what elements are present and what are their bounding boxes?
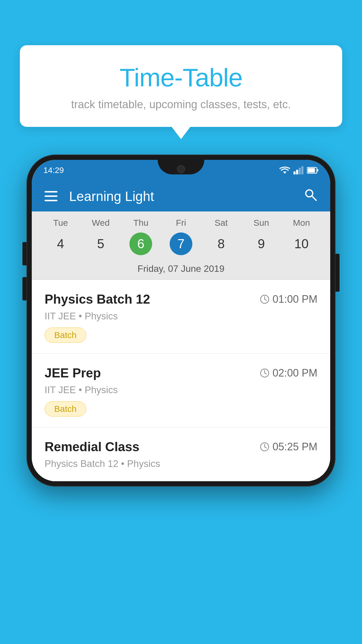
class-meta: IIT JEE • Physics [45, 311, 317, 322]
class-name: Remedial Class [45, 440, 139, 454]
day-column[interactable]: Fri7 [161, 218, 201, 255]
wifi-icon [280, 166, 290, 174]
phone-screen: 14:29 [32, 160, 330, 481]
class-time-text: 01:00 PM [273, 293, 317, 305]
batch-badge: Batch [45, 401, 86, 416]
hamburger-line [45, 195, 57, 197]
hamburger-line [45, 200, 57, 201]
class-name: JEE Prep [45, 366, 101, 380]
svg-rect-1 [294, 172, 296, 174]
class-time-text: 05:25 PM [273, 441, 317, 453]
svg-rect-2 [296, 170, 298, 174]
day-column[interactable]: Thu6 [121, 218, 161, 255]
day-name: Sun [241, 218, 282, 228]
day-column[interactable]: Mon10 [281, 218, 321, 255]
battery-icon [307, 167, 319, 174]
clock-icon [260, 442, 270, 452]
class-time-text: 02:00 PM [273, 367, 317, 379]
camera [177, 165, 185, 173]
day-name: Tue [41, 218, 81, 228]
class-card[interactable]: Physics Batch 1201:00 PMIIT JEE • Physic… [32, 280, 330, 354]
tooltip-card: Time-Table track timetable, upcoming cla… [20, 45, 342, 127]
class-card[interactable]: Remedial Class05:25 PMPhysics Batch 12 •… [32, 427, 330, 481]
day-number: 7 [170, 232, 192, 255]
svg-line-12 [265, 299, 266, 300]
hamburger-line [45, 191, 57, 192]
app-bar: Learning Light [32, 181, 330, 211]
day-column[interactable]: Tue4 [41, 218, 81, 255]
class-card-header: Physics Batch 1201:00 PM [45, 292, 317, 307]
clock-icon [260, 294, 270, 304]
class-meta: Physics Batch 12 • Physics [45, 458, 317, 469]
class-name: Physics Batch 12 [45, 292, 150, 307]
day-number: 8 [210, 232, 233, 255]
svg-line-15 [265, 373, 266, 374]
day-name: Wed [81, 218, 121, 228]
tooltip-subtitle: track timetable, upcoming classes, tests… [43, 98, 319, 111]
calendar-week: Tue4Wed5Thu6Fri7Sat8Sun9Mon10 [32, 211, 330, 258]
day-column[interactable]: Wed5 [81, 218, 121, 255]
day-name: Fri [161, 218, 201, 228]
app-title: Learning Light [69, 188, 303, 204]
svg-line-18 [265, 447, 266, 448]
hamburger-menu[interactable] [45, 191, 57, 201]
svg-point-8 [306, 190, 313, 197]
batch-badge: Batch [45, 328, 86, 343]
svg-rect-3 [299, 168, 301, 174]
clock-icon [260, 368, 270, 378]
status-icons [280, 166, 319, 174]
class-card-header: JEE Prep02:00 PM [45, 366, 317, 380]
class-time: 05:25 PM [260, 441, 317, 453]
status-time: 14:29 [43, 166, 64, 175]
day-column[interactable]: Sat8 [201, 218, 241, 255]
class-time: 01:00 PM [260, 293, 317, 305]
class-time: 02:00 PM [260, 367, 317, 379]
svg-rect-4 [301, 166, 303, 174]
svg-rect-7 [308, 168, 315, 173]
class-list: Physics Batch 1201:00 PMIIT JEE • Physic… [32, 280, 330, 481]
selected-date-label: Friday, 07 June 2019 [32, 258, 330, 280]
phone-frame: 14:29 [27, 155, 335, 487]
day-number: 5 [89, 232, 112, 255]
status-bar: 14:29 [32, 160, 330, 181]
signal-icon [294, 166, 303, 174]
class-meta: IIT JEE • Physics [45, 384, 317, 396]
day-number: 4 [49, 232, 72, 255]
notch-cutout [158, 160, 204, 174]
tooltip-title: Time-Table [43, 63, 319, 92]
svg-marker-0 [283, 172, 287, 174]
day-number: 6 [129, 232, 152, 255]
search-icon[interactable] [303, 188, 317, 205]
phone-wrapper: 14:29 [27, 155, 335, 487]
svg-line-9 [312, 196, 316, 200]
day-number: 10 [290, 232, 313, 255]
class-card-header: Remedial Class05:25 PM [45, 440, 317, 454]
day-number: 9 [250, 232, 273, 255]
svg-rect-6 [317, 169, 318, 172]
day-name: Sat [201, 218, 241, 228]
class-card[interactable]: JEE Prep02:00 PMIIT JEE • PhysicsBatch [32, 354, 330, 427]
day-name: Thu [121, 218, 161, 228]
day-column[interactable]: Sun9 [241, 218, 282, 255]
day-name: Mon [281, 218, 321, 228]
